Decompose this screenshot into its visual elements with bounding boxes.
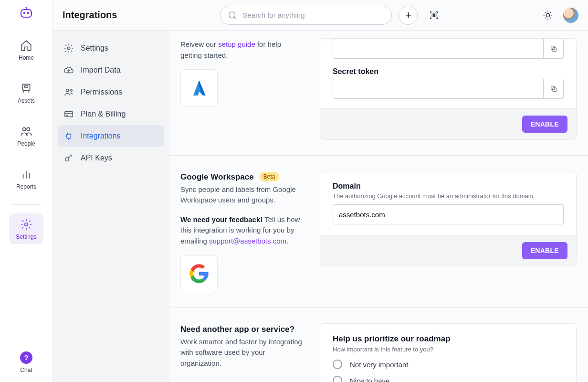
google-logo-icon xyxy=(180,255,218,292)
rail-divider xyxy=(12,204,41,205)
roadmap-option-label: Not very important xyxy=(350,361,409,369)
azure-review-prefix: Reivew our xyxy=(180,40,218,48)
people-icon xyxy=(20,125,32,138)
svg-point-18 xyxy=(67,47,70,50)
app-logo-icon[interactable] xyxy=(20,7,33,20)
google-domain-input[interactable] xyxy=(333,204,564,224)
roadmap-option-2[interactable]: Nice to have xyxy=(333,376,564,382)
settings-nav-label: Plan & Billing xyxy=(81,110,126,118)
svg-point-19 xyxy=(66,89,69,92)
beta-badge: Beta xyxy=(260,172,279,181)
svg-line-16 xyxy=(234,17,237,19)
barcode-icon xyxy=(429,10,439,21)
rail-label: Reports xyxy=(16,183,36,190)
settings-nav-apikeys[interactable]: API Keys xyxy=(58,147,164,169)
settings-nav-import[interactable]: Import Data xyxy=(58,59,164,81)
google-desc: Sync people and labels from Google Works… xyxy=(180,184,304,206)
roadmap-option-label: Nice to have xyxy=(350,377,389,382)
app-rail: Home Assets People Reports Settings ? Ch… xyxy=(0,0,53,382)
rail-chat-label: Chat xyxy=(20,367,32,373)
scan-barcode-button[interactable] xyxy=(424,6,443,25)
radio-icon xyxy=(333,376,342,382)
key-icon xyxy=(63,153,74,163)
svg-rect-1 xyxy=(23,12,25,14)
svg-point-10 xyxy=(27,127,30,131)
svg-point-9 xyxy=(22,127,26,131)
integrations-content: Reivew our setup guide for help getting … xyxy=(169,31,588,382)
settings-nav-integrations[interactable]: Integrations xyxy=(58,125,164,147)
topbar: Integrations + xyxy=(53,0,588,31)
svg-rect-0 xyxy=(21,10,32,17)
page-title: Integrations xyxy=(63,10,117,21)
roadmap-title: Help us prioritize our roadmap xyxy=(333,334,564,344)
rail-item-settings[interactable]: Settings xyxy=(9,213,43,244)
svg-point-17 xyxy=(546,13,549,17)
roadmap-option-1[interactable]: Not very important xyxy=(333,360,564,369)
azure-secret-label: Secret token xyxy=(333,67,564,76)
sun-icon xyxy=(543,10,553,21)
settings-nav-label: Settings xyxy=(81,44,108,53)
rail-item-reports[interactable]: Reports xyxy=(9,163,43,194)
search-input-wrap[interactable] xyxy=(220,6,392,25)
svg-point-15 xyxy=(229,11,235,18)
copy-icon xyxy=(550,45,557,53)
google-feedback-email-link[interactable]: support@assetbots.com xyxy=(209,237,286,245)
rail-label: People xyxy=(17,140,35,147)
rail-item-home[interactable]: Home xyxy=(9,34,43,65)
google-title: Google Workspace xyxy=(180,172,254,181)
rail-label: Settings xyxy=(16,233,36,240)
settings-nav-label: Permissions xyxy=(81,88,122,96)
reports-icon xyxy=(20,168,32,180)
rail-item-people[interactable]: People xyxy=(9,120,43,151)
search-icon xyxy=(227,10,238,21)
settings-nav-label: Integrations xyxy=(81,132,121,140)
azure-field-1-input[interactable] xyxy=(333,39,544,59)
copy-icon xyxy=(550,85,557,93)
gear-icon xyxy=(20,218,32,231)
rail-item-assets[interactable]: Assets xyxy=(9,77,43,108)
rail-label: Home xyxy=(19,54,34,61)
chat-icon: ? xyxy=(20,351,32,364)
another-desc: Work smarter and faster by integrating w… xyxy=(180,337,304,369)
another-title: Need another app or service? xyxy=(180,325,294,334)
settings-nav-label: API Keys xyxy=(81,154,112,162)
roadmap-help: How important is this feature to you? xyxy=(333,346,564,353)
google-card: Domain The authorizing Google account mu… xyxy=(320,171,577,266)
svg-rect-6 xyxy=(25,86,28,87)
azure-logo-icon xyxy=(180,69,218,106)
rail-label: Assets xyxy=(18,97,35,104)
google-feedback-bold: We need your feedback! xyxy=(180,215,262,223)
gear-icon xyxy=(63,43,74,53)
copy-button[interactable] xyxy=(544,39,564,59)
svg-point-20 xyxy=(71,90,73,92)
azure-setup-guide-link[interactable]: setup guide xyxy=(218,40,255,48)
settings-nav-permissions[interactable]: Permissions xyxy=(58,81,164,103)
permissions-icon xyxy=(63,87,74,97)
copy-button[interactable] xyxy=(544,79,564,99)
add-button[interactable]: + xyxy=(399,6,418,25)
radio-icon xyxy=(333,360,342,369)
google-domain-label: Domain xyxy=(333,182,564,191)
azure-secret-input[interactable] xyxy=(333,79,544,99)
settings-nav-settings[interactable]: Settings xyxy=(58,37,164,59)
upload-cloud-icon xyxy=(63,65,74,75)
search-input[interactable] xyxy=(242,11,385,19)
azure-enable-button[interactable]: ENABLE xyxy=(522,116,567,133)
theme-toggle-button[interactable] xyxy=(539,7,556,24)
settings-sidebar: Settings Import Data Permissions Plan & … xyxy=(53,31,169,382)
user-avatar[interactable] xyxy=(563,8,578,23)
svg-point-4 xyxy=(25,7,27,8)
svg-point-24 xyxy=(65,158,69,161)
google-enable-button[interactable]: ENABLE xyxy=(522,242,567,259)
azure-card: Secret token ENABLE xyxy=(320,38,577,140)
rail-chat-button[interactable]: ? Chat xyxy=(20,351,32,373)
plug-icon xyxy=(63,131,74,141)
roadmap-card: Help us prioritize our roadmap How impor… xyxy=(320,323,577,382)
settings-nav-billing[interactable]: Plan & Billing xyxy=(58,103,164,125)
svg-rect-21 xyxy=(65,112,73,117)
svg-rect-2 xyxy=(27,12,29,14)
assets-icon xyxy=(20,82,32,95)
settings-nav-label: Import Data xyxy=(81,66,121,74)
svg-point-14 xyxy=(25,223,28,226)
credit-card-icon xyxy=(63,109,74,119)
